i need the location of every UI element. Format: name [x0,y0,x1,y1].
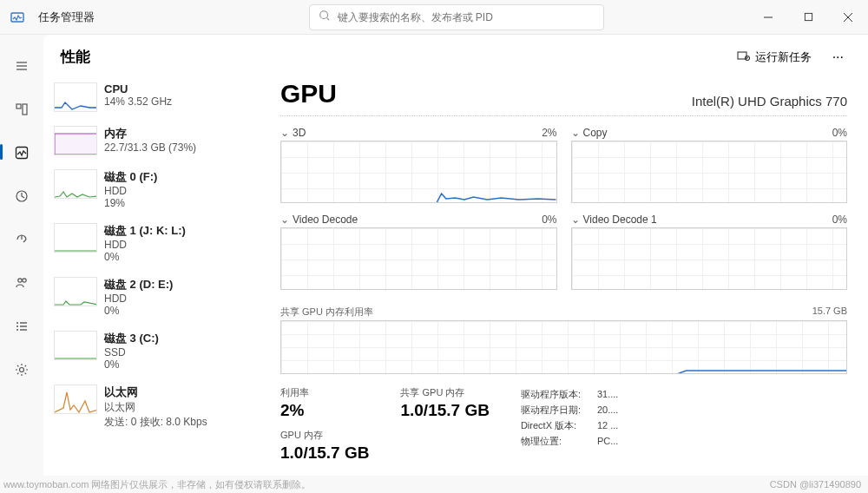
svg-point-17 [23,279,26,282]
sidebar-sub: 以太网 [104,400,256,415]
sidebar-thumb [54,169,97,199]
engine-pct: 0% [832,214,847,226]
window-title: 任务管理器 [35,10,95,25]
engine-chart-header[interactable]: ⌄Video Decode0% [280,214,557,226]
run-new-task-button[interactable]: 运行新任务 [729,45,819,69]
run-task-label: 运行新任务 [755,49,812,65]
engine-name: Copy [583,127,608,139]
sidebar-sub: HDD [104,239,256,251]
maximize-button[interactable] [788,0,828,35]
svg-point-16 [18,279,22,282]
shared-mem-chart [280,320,847,374]
sidebar-thumb [54,223,97,253]
sidebar-item[interactable]: 以太网 以太网 发送: 0 接收: 8.0 Kbps [50,378,265,437]
svg-point-1 [319,10,327,18]
details-icon[interactable] [8,312,36,340]
sidebar-sub: 14% 3.52 GHz [104,95,256,108]
shared-mem-stat-label: 共享 GPU 内存 [400,386,489,399]
prop-row: 驱动程序日期:20.... [521,402,618,417]
svg-line-2 [326,17,329,20]
sidebar-title: 磁盘 3 (C:) [104,331,256,346]
svg-rect-4 [805,13,812,20]
sidebar-sub2: 19% [104,197,256,209]
perf-sidebar[interactable]: CPU 14% 3.52 GHz 内存 22.7/31.3 GB (73%) 磁… [43,76,265,476]
page-title: 性能 [61,47,90,67]
svg-point-24 [20,368,24,372]
chevron-down-icon: ⌄ [280,127,289,139]
sidebar-item[interactable]: CPU 14% 3.52 GHz [50,76,265,119]
sidebar-sub2: 0% [104,305,256,317]
sidebar-item[interactable]: 磁盘 0 (F:) HDD 19% [50,162,265,216]
prop-row: 驱动程序版本:31.... [521,386,618,402]
history-icon[interactable] [8,182,36,210]
engine-chart-header[interactable]: ⌄3D2% [280,127,557,139]
sidebar-thumb [54,277,97,306]
more-button[interactable]: ··· [825,46,851,69]
sidebar-title: CPU [104,82,256,95]
engine-chart-header[interactable]: ⌄Copy0% [571,127,848,139]
sidebar-thumb [54,385,97,414]
sidebar-item[interactable]: 磁盘 1 (J: K: L:) HDD 0% [50,216,265,270]
chevron-down-icon: ⌄ [571,214,580,226]
engine-name: 3D [293,127,306,139]
engine-chart [571,227,848,290]
shared-mem-stat-value: 1.0/15.7 GB [400,401,489,420]
prop-row: DirectX 版本:12 ... [521,417,618,433]
svg-rect-10 [16,104,21,108]
app-icon [0,10,35,24]
svg-rect-11 [23,104,27,115]
sidebar-title: 以太网 [104,385,256,400]
sidebar-sub: HDD [104,185,256,197]
sidebar-item[interactable]: 磁盘 3 (C:) SSD 0% [50,324,265,378]
search-input-wrap[interactable] [309,4,604,30]
util-label: 利用率 [280,386,369,399]
svg-line-15 [23,240,26,242]
sidebar-title: 磁盘 2 (D: E:) [104,277,256,293]
gpu-model: Intel(R) UHD Graphics 770 [692,94,847,108]
engine-pct: 2% [542,127,556,139]
sidebar-thumb [54,82,97,112]
gpu-mem-label: GPU 内存 [280,429,369,442]
watermark-text: www.toymoban.com 网络图片仅供展示，非存储，如有侵权请联系删除。 [3,478,311,491]
engine-chart [571,141,848,203]
engine-chart-header[interactable]: ⌄Video Decode 10% [571,214,848,226]
sidebar-thumb [54,331,97,360]
sidebar-thumb [54,126,97,155]
performance-icon[interactable] [8,139,36,167]
sidebar-item[interactable]: 磁盘 2 (D: E:) HDD 0% [50,270,265,324]
engine-pct: 0% [832,127,847,139]
sidebar-sub: SSD [104,346,256,358]
sidebar-sub2: 0% [104,358,256,371]
sidebar-title: 内存 [104,126,256,141]
engine-name: Video Decode 1 [583,214,657,226]
engine-name: Video Decode [293,214,358,226]
credit-text: CSDN @li371490890 [770,479,861,490]
sidebar-sub: 22.7/31.3 GB (73%) [104,141,256,154]
users-icon[interactable] [8,269,36,297]
minimize-button[interactable] [748,0,788,35]
settings-icon[interactable] [8,356,36,384]
engine-chart [280,227,557,290]
shared-mem-cap: 15.7 GB [812,306,847,319]
engine-chart [280,141,557,203]
prop-row: 物理位置:PC... [521,433,618,449]
chevron-down-icon: ⌄ [571,127,580,139]
svg-rect-27 [55,134,97,154]
sidebar-sub2: 发送: 0 接收: 8.0 Kbps [104,415,256,430]
gpu-mem-value: 1.0/15.7 GB [280,444,369,463]
gpu-title: GPU [280,79,337,108]
sidebar-item[interactable]: 内存 22.7/31.3 GB (73%) [50,119,265,162]
sidebar-title: 磁盘 0 (F:) [104,169,256,185]
run-task-icon [736,49,750,65]
engine-pct: 0% [542,214,556,226]
search-icon [319,10,331,25]
hamburger-icon[interactable] [8,52,36,80]
close-button[interactable] [828,0,868,35]
processes-icon[interactable] [8,95,36,123]
shared-mem-label: 共享 GPU 内存利用率 [280,306,373,319]
search-input[interactable] [338,11,595,23]
sidebar-title: 磁盘 1 (J: K: L:) [104,223,256,239]
startup-icon[interactable] [8,226,36,253]
sidebar-sub2: 0% [104,251,256,263]
sidebar-sub: HDD [104,293,256,305]
